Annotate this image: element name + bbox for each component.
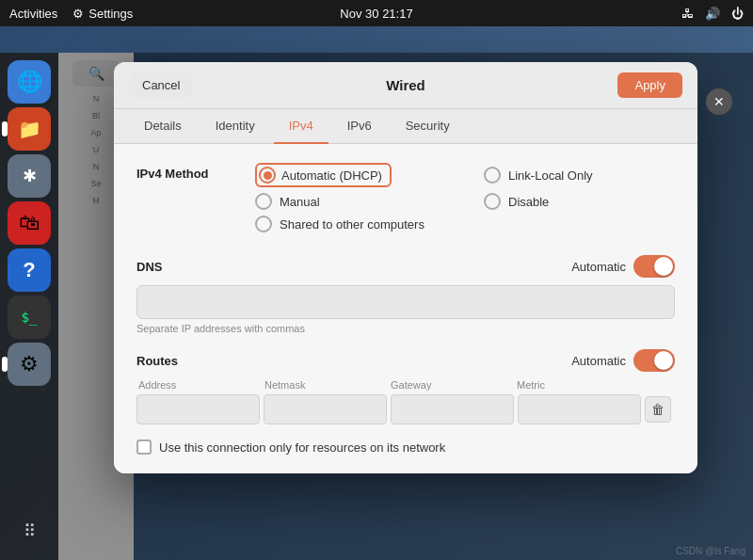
- routes-automatic-label: Automatic: [571, 354, 626, 368]
- ipv4-method-label: IPv4 Method: [136, 163, 240, 181]
- dock-item-browser[interactable]: 🌐: [8, 60, 51, 104]
- settings-dock-icon: ⚙: [20, 352, 39, 376]
- radio-link-local-label: Link-Local Only: [508, 168, 593, 183]
- dock-item-appstore[interactable]: 🛍: [8, 201, 51, 245]
- radio-auto-dhcp-label: Automatic (DHCP): [281, 168, 382, 183]
- radio-auto-dhcp-button[interactable]: [259, 167, 276, 184]
- dns-hint: Separate IP addresses with commas: [136, 323, 675, 334]
- terminal-icon: $_: [22, 310, 38, 325]
- ipv4-radio-group: Automatic (DHCP) Link-Local Only Manual: [255, 163, 675, 232]
- dialog-title: Wired: [386, 77, 425, 93]
- radio-auto-dhcp-inner: [264, 171, 272, 180]
- apply-button[interactable]: Apply: [617, 72, 682, 98]
- radio-shared[interactable]: Shared to other computers: [255, 216, 675, 232]
- radio-disable[interactable]: Disable: [484, 193, 675, 210]
- radio-link-local[interactable]: Link-Local Only: [484, 163, 675, 187]
- routes-section: Routes Automatic Address Netmask Gateway…: [136, 349, 675, 424]
- dock-item-help[interactable]: ?: [8, 248, 51, 292]
- files-icon: 📁: [18, 118, 41, 140]
- routes-table-header: Address Netmask Gateway Metric: [136, 379, 675, 391]
- grid-icon: ⠿: [24, 520, 36, 541]
- radio-disable-label: Disable: [508, 195, 549, 209]
- routes-table-row: 🗑: [136, 394, 675, 424]
- ipv4-method-section: IPv4 Method Automatic (DHCP): [136, 163, 675, 232]
- wired-dialog: Cancel Wired Apply Details Identity IPv4…: [114, 62, 697, 473]
- radio-auto-dhcp[interactable]: Automatic (DHCP): [255, 163, 446, 187]
- dns-input[interactable]: [136, 285, 675, 319]
- routes-col-address: Address: [138, 379, 261, 391]
- dns-auto-row: Automatic: [571, 255, 675, 278]
- radio-shared-label: Shared to other computers: [280, 217, 425, 232]
- radio-manual-label: Manual: [280, 195, 320, 209]
- routes-delete-button[interactable]: 🗑: [645, 396, 671, 423]
- activities-label[interactable]: Activities: [9, 7, 57, 21]
- topbar: Activities ⚙ Settings Nov 30 21:17 🖧 🔊 ⏻: [0, 0, 753, 26]
- tab-ipv6[interactable]: IPv6: [332, 109, 387, 144]
- routes-col-metric: Metric: [517, 379, 639, 391]
- routes-toggle[interactable]: [633, 349, 675, 372]
- dock-item-grid[interactable]: ⠿: [8, 509, 51, 552]
- volume-icon[interactable]: 🔊: [705, 7, 720, 21]
- browser-icon: 🌐: [17, 70, 42, 94]
- dialog-overlay: Cancel Wired Apply Details Identity IPv4…: [58, 53, 753, 560]
- tab-details[interactable]: Details: [129, 109, 197, 144]
- dock-item-terminal[interactable]: $_: [8, 296, 51, 339]
- settings-menu[interactable]: ⚙ Settings: [72, 7, 133, 21]
- routes-metric-cell[interactable]: [518, 394, 641, 424]
- dns-label: DNS: [136, 260, 162, 274]
- connection-only-label: Use this connection only for resources o…: [159, 440, 445, 455]
- routes-gateway-cell[interactable]: [391, 394, 514, 424]
- routes-col-action: [643, 379, 673, 391]
- routes-col-gateway: Gateway: [391, 379, 513, 391]
- dns-header-row: DNS Automatic: [136, 255, 675, 278]
- tabs-bar: Details Identity IPv4 IPv6 Security: [114, 109, 697, 144]
- radio-manual[interactable]: Manual: [255, 193, 446, 210]
- dock-item-settings[interactable]: ⚙: [8, 343, 51, 386]
- settings-icon: ⚙: [72, 7, 84, 21]
- appstore-icon: 🛍: [19, 211, 40, 235]
- routes-label: Routes: [136, 354, 178, 368]
- tab-identity[interactable]: Identity: [200, 109, 270, 144]
- delete-icon: 🗑: [651, 402, 665, 417]
- dns-section: DNS Automatic Separate IP addresses with…: [136, 255, 675, 334]
- dialog-header: Cancel Wired Apply: [114, 62, 697, 109]
- routes-col-netmask: Netmask: [264, 379, 387, 391]
- bluetooth-icon: ✱: [23, 166, 37, 186]
- network-icon[interactable]: 🖧: [681, 7, 694, 21]
- tab-ipv4[interactable]: IPv4: [274, 109, 328, 144]
- dock: 🌐 📁 ✱ 🛍 ? $_ ⚙ ⠿: [0, 53, 58, 560]
- cancel-button[interactable]: Cancel: [129, 72, 193, 98]
- close-icon: ✕: [713, 94, 725, 109]
- routes-header-row: Routes Automatic: [136, 349, 675, 372]
- settings-label: Settings: [88, 7, 133, 21]
- radio-shared-button[interactable]: [255, 216, 272, 232]
- radio-link-local-button[interactable]: [484, 167, 501, 184]
- dock-item-files[interactable]: 📁: [8, 107, 51, 151]
- power-icon[interactable]: ⏻: [731, 7, 744, 21]
- routes-toggle-knob: [654, 351, 673, 370]
- topbar-left: Activities ⚙ Settings: [9, 7, 133, 21]
- dialog-close-button[interactable]: ✕: [706, 88, 732, 115]
- routes-auto-row: Automatic: [571, 349, 675, 372]
- topbar-right: 🖧 🔊 ⏻: [681, 7, 744, 21]
- radio-disable-button[interactable]: [484, 193, 501, 210]
- dns-automatic-label: Automatic: [571, 260, 626, 274]
- help-icon: ?: [23, 258, 35, 282]
- desktop: 🌐 📁 ✱ 🛍 ? $_ ⚙ ⠿ 🔍 N Bl: [0, 26, 753, 560]
- topbar-datetime: Nov 30 21:17: [340, 7, 412, 21]
- dns-toggle[interactable]: [633, 255, 675, 278]
- connection-only-checkbox[interactable]: [136, 440, 152, 455]
- dock-item-bluetooth[interactable]: ✱: [8, 154, 51, 198]
- tab-security[interactable]: Security: [391, 109, 465, 144]
- radio-manual-button[interactable]: [255, 193, 272, 210]
- routes-netmask-cell[interactable]: [264, 394, 387, 424]
- routes-address-cell[interactable]: [136, 394, 260, 424]
- dialog-content: IPv4 Method Automatic (DHCP): [114, 144, 697, 473]
- connection-only-row[interactable]: Use this connection only for resources o…: [136, 440, 675, 455]
- dns-toggle-knob: [654, 257, 673, 276]
